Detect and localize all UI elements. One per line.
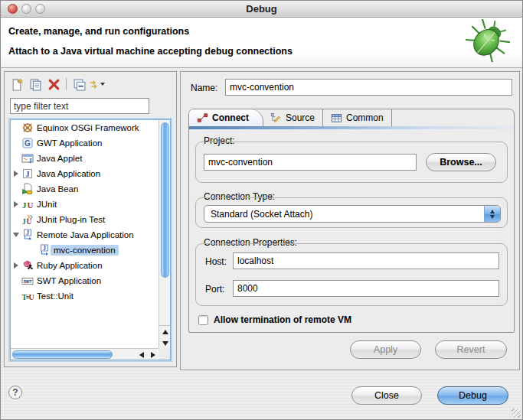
duplicate-configuration-button[interactable] (28, 77, 43, 92)
window-title: Debug (1, 3, 522, 15)
tree-item-mvc-convention[interactable]: Jmvc-convention (11, 243, 159, 258)
apply-button[interactable]: Apply (350, 340, 421, 359)
tree-item-remote-java-application[interactable]: JRemote Java Application (11, 227, 159, 243)
filter-input[interactable] (10, 98, 149, 114)
java-bean-icon (21, 183, 34, 195)
allow-termination-label: Allow termination of remote VM (214, 314, 351, 325)
new-configuration-button[interactable] (9, 77, 25, 92)
toolbar-separator (66, 78, 67, 90)
tree-item-test-unit[interactable]: T=UTest::Unit (11, 288, 159, 304)
tree-item-label: JUnit (34, 199, 60, 210)
resize-grip[interactable] (512, 409, 521, 418)
tab-common[interactable]: Common (323, 109, 392, 126)
horizontal-scrollbar-thumb[interactable] (12, 350, 113, 359)
tab-selection-strip (189, 126, 514, 129)
source-icon (270, 112, 282, 124)
remote-java-icon: J (38, 244, 51, 256)
tree-item-label: Java Bean (34, 184, 81, 194)
dropdown-caret-icon (100, 83, 105, 86)
collapsed-arrow-icon[interactable] (11, 201, 21, 207)
horizontal-scrollbar[interactable] (11, 348, 159, 360)
dropdown-stepper-icon (484, 206, 500, 222)
java-applet-icon: J (21, 152, 34, 164)
connection-properties-group: Host: Port: (195, 243, 508, 306)
port-input[interactable] (233, 280, 499, 297)
tree-item-label: Java Application (34, 168, 103, 179)
scrollbar-corner (159, 348, 170, 360)
svg-text:U: U (27, 200, 33, 210)
svg-text:J: J (25, 170, 29, 178)
filter-configurations-button[interactable] (90, 77, 105, 92)
tab-folder: Connect Source Common Project: Browse... (188, 109, 515, 333)
tab-row: Connect Source Common (189, 109, 514, 126)
collapsed-arrow-icon[interactable] (11, 262, 21, 269)
tree-item-java-applet[interactable]: JJava Applet (11, 151, 159, 166)
ruby-icon (21, 259, 34, 272)
configuration-detail-panel: Name: Connect Source Common Project: (180, 71, 520, 370)
debug-dialog: Debug Create, manage, and run configurat… (0, 0, 523, 420)
connection-type-value: Standard (Socket Attach) (204, 209, 484, 220)
title-bar[interactable]: Debug (1, 1, 522, 18)
tree-item-label: Test::Unit (34, 291, 77, 301)
collapse-all-button[interactable] (71, 77, 87, 92)
scroll-right-button[interactable] (147, 349, 159, 360)
host-input[interactable] (233, 252, 499, 269)
vertical-scrollbar-thumb[interactable] (161, 122, 169, 278)
help-button[interactable]: ? (8, 386, 22, 399)
tree-item-label: JUnit Plug-in Test (34, 214, 108, 225)
configurations-toolbar (9, 76, 105, 93)
tree-item-label: Java Applet (34, 153, 85, 164)
junit-icon: JU (21, 198, 34, 210)
tree-item-junit[interactable]: JUJUnit (11, 197, 159, 212)
vertical-scrollbar[interactable] (159, 120, 170, 348)
tree-item-equinox-osgi-framework[interactable]: Equinox OSGi Framework (11, 120, 159, 135)
project-input[interactable] (204, 154, 417, 171)
junit-plugin-icon: JU (21, 213, 34, 226)
collapsed-arrow-icon[interactable] (11, 171, 21, 177)
debug-button[interactable]: Debug (437, 386, 508, 405)
header-subtitle: Attach to a Java virtual machine accepti… (8, 46, 293, 57)
configurations-panel: Equinox OSGi FrameworkGGWT ApplicationJJ… (4, 71, 177, 367)
tree-item-label: GWT Application (34, 138, 105, 148)
tree-item-junit-plug-in-test[interactable]: JUJUnit Plug-in Test (11, 212, 159, 227)
header-title: Create, manage, and run configurations (8, 26, 189, 37)
tab-connect-label: Connect (212, 112, 249, 123)
host-label: Host: (205, 256, 227, 267)
remote-java-icon: J (21, 229, 34, 241)
svg-text:J: J (26, 230, 29, 236)
tree-item-label: Equinox OSGi Framework (34, 122, 142, 133)
green-bug-icon (466, 19, 510, 62)
header-banner: Create, manage, and run configurations A… (1, 18, 522, 68)
tree-item-label: Ruby Application (34, 260, 106, 271)
port-label: Port: (205, 284, 224, 295)
equinox-icon (21, 122, 34, 134)
java-app-icon: J (21, 168, 34, 180)
svg-text:J: J (22, 218, 26, 226)
tree-item-swt-application[interactable]: SWTSWT Application (11, 273, 159, 288)
connect-icon (197, 112, 208, 124)
svg-text:U: U (28, 293, 34, 301)
tree-item-java-application[interactable]: JJava Application (11, 166, 159, 181)
tree-item-ruby-application[interactable]: Ruby Application (11, 258, 159, 273)
project-group: Browse... (195, 142, 508, 183)
browse-button[interactable]: Browse... (426, 153, 496, 171)
tree-item-gwt-application[interactable]: GGWT Application (11, 135, 159, 151)
name-input[interactable] (225, 79, 512, 96)
allow-termination-checkbox[interactable] (198, 315, 208, 325)
scroll-up-button[interactable] (159, 326, 171, 337)
tab-source[interactable]: Source (263, 109, 323, 126)
connection-type-dropdown[interactable]: Standard (Socket Attach) (204, 205, 501, 223)
svg-text:J: J (28, 158, 31, 164)
allow-termination-row: Allow termination of remote VM (198, 314, 351, 325)
tree-item-label: SWT Application (34, 275, 104, 286)
connection-type-group: Standard (Socket Attach) (195, 197, 508, 228)
common-icon (331, 112, 342, 124)
tab-connect[interactable]: Connect (189, 109, 263, 126)
close-button[interactable]: Close (351, 386, 422, 405)
revert-button[interactable]: Revert (435, 340, 507, 359)
delete-configuration-button[interactable] (46, 77, 61, 92)
scroll-left-button[interactable] (136, 349, 147, 360)
scroll-down-button[interactable] (159, 337, 171, 349)
tree-item-java-bean[interactable]: Java Bean (11, 181, 159, 197)
expanded-arrow-icon[interactable] (11, 233, 21, 237)
